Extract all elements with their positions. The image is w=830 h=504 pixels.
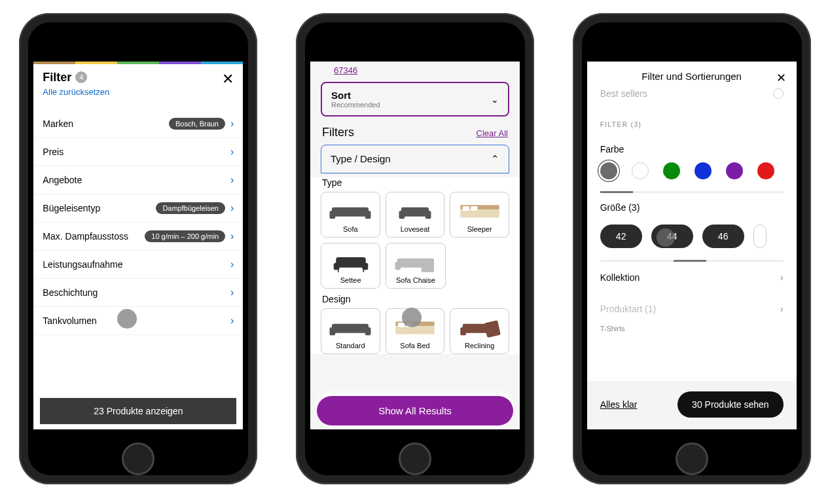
filter-row[interactable]: Beschichtung› [33,279,243,307]
color-swatch[interactable] [695,162,712,179]
chevron-right-icon: › [780,304,784,314]
svg-rect-7 [460,209,499,217]
product-tile[interactable]: Loveseat [386,192,445,238]
filter-value-pill: Dampfbügeleisen [156,202,225,214]
sort-dropdown[interactable]: Sort Recommended ⌄ [321,82,509,117]
filter-value-pill: Bosch, Braun [169,118,225,130]
color-label: Farbe [587,135,797,162]
screen-3: Filter und Sortierungen ✕ Best sellers F… [587,62,797,429]
filter-row[interactable]: Tankvolumen› [33,307,243,335]
tile-label: Reclining [465,342,494,350]
close-icon[interactable]: ✕ [222,71,234,88]
panel-toggle[interactable]: Type / Design ⌃ [321,145,509,173]
color-swatch[interactable] [757,162,774,179]
size-option[interactable] [753,225,767,248]
svg-rect-25 [462,324,488,333]
filter-row-label: Max. Dampfausstoss [43,231,128,242]
svg-rect-16 [422,259,434,272]
zip-link[interactable]: 67346 [310,62,520,82]
filter-count-heading: FILTER (3) [587,109,797,135]
product-tile[interactable]: Reclining [450,308,509,354]
chevron-up-icon: ⌃ [491,153,499,165]
design-subheading: Design [322,294,508,304]
scroll-indicator [600,260,784,262]
svg-rect-17 [395,262,401,270]
filter-row[interactable]: Preis› [33,138,243,166]
product-tile[interactable]: Standard [321,308,380,354]
show-products-button[interactable]: 23 Produkte anzeigen [40,398,236,424]
svg-rect-0 [332,207,369,217]
kollektion-row[interactable]: Kollektion › [587,262,797,293]
filter-row[interactable]: Leistungsaufnahme› [33,251,243,279]
filter-row[interactable]: MarkenBosch, Braun› [33,110,243,138]
product-tile[interactable]: Sofa Chaise [386,243,445,289]
home-button[interactable] [122,442,154,475]
sort-best-sellers[interactable]: Best sellers [587,88,797,109]
modal-title: Filter und Sortierungen [641,71,742,82]
apply-button[interactable]: 30 Produkte sehen [677,391,784,418]
product-tile[interactable]: Settee [321,243,380,289]
svg-rect-3 [401,207,429,217]
chevron-right-icon: › [230,259,234,270]
tile-label: Settee [340,276,361,284]
color-swatch[interactable] [663,162,680,179]
filter-row-label: Tankvolumen [43,315,97,326]
tile-label: Loveseat [401,225,430,233]
chevron-right-icon: › [230,146,234,158]
svg-rect-2 [365,211,371,219]
reset-all-link[interactable]: Alle zurücksetzen [43,87,234,97]
modal-footer: Alles klar 30 Produkte sehen [587,381,797,429]
svg-rect-1 [330,211,336,219]
chevron-right-icon: › [780,272,784,283]
sort-value: Recommended [331,101,380,109]
type-design-panel: Type / Design ⌃ [321,145,509,173]
filter-row-label: Leistungsaufnahme [43,259,122,270]
product-tile[interactable]: Sofa [321,192,380,238]
chevron-down-icon: ⌄ [491,94,499,105]
size-option[interactable]: 46 [702,225,744,248]
color-swatch[interactable] [600,162,617,179]
filter-row-label: Angebote [43,175,82,185]
filter-list: MarkenBosch, Braun›Preis›Angebote›Bügele… [33,110,243,335]
show-results-button[interactable]: Show All Results [317,396,513,425]
svg-rect-26 [460,327,466,335]
filter-count-badge: 4 [75,71,87,83]
type-tile-grid: SofaLoveseatSleeperSetteeSofa Chaise [321,192,509,289]
color-swatch-row [587,162,797,189]
phone-mock-2: 67346 Sort Recommended ⌄ Filters Clear A… [296,13,534,484]
clear-button[interactable]: Alles klar [600,399,638,410]
home-button[interactable] [399,442,431,475]
tile-label: Sleeper [467,225,492,233]
filter-row[interactable]: Max. Dampfausstoss10 g/min – 200 g/min› [33,223,243,251]
clear-all-link[interactable]: Clear All [477,128,508,138]
filter-row-label: Marken [43,118,73,129]
tile-label: Standard [336,342,365,350]
filter-row[interactable]: BügeleisentypDampfbügeleisen› [33,194,243,223]
chevron-right-icon: › [230,230,234,242]
phone-mock-3: Filter und Sortierungen ✕ Best sellers F… [573,13,811,484]
color-swatch[interactable] [726,162,743,179]
svg-rect-4 [399,211,405,219]
chevron-right-icon: › [230,174,234,186]
scroll-indicator [600,191,784,193]
home-button[interactable] [676,442,708,475]
panel-title: Type / Design [331,153,391,165]
filter-row[interactable]: Angebote› [33,166,243,194]
product-tile[interactable]: Sleeper [450,192,509,238]
tile-label: Sofa Chaise [396,276,435,284]
chevron-right-icon: › [230,287,234,298]
close-icon[interactable]: ✕ [776,71,786,85]
chevron-right-icon: › [230,118,234,130]
radio-unchecked-icon [773,88,784,99]
filters-heading: Filters [322,126,354,139]
svg-rect-10 [336,257,366,268]
size-option[interactable]: 44 [651,225,693,248]
svg-rect-18 [332,324,369,333]
size-label: Größe (3) [587,193,797,221]
color-swatch[interactable] [632,162,649,179]
tile-label: Sofa [343,225,358,233]
produktart-row[interactable]: Produktart (1) › [587,293,797,325]
filter-value-pill: 10 g/min – 200 g/min [145,230,225,242]
size-option[interactable]: 42 [600,225,642,248]
size-pill-row: 424446 [587,221,797,257]
